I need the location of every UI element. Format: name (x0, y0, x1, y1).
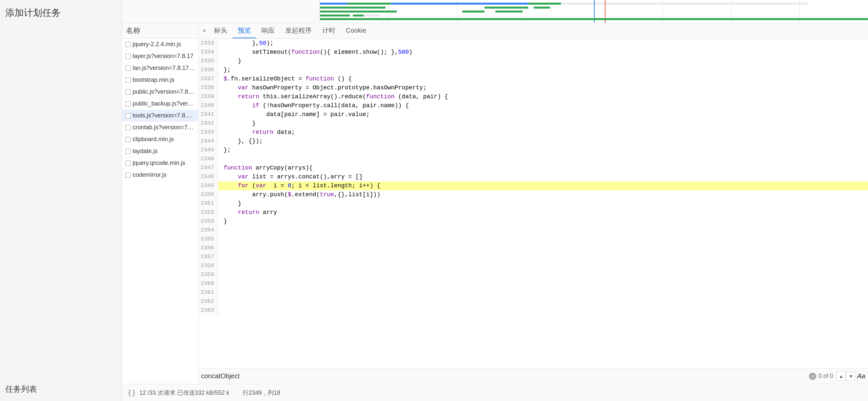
file-list-item[interactable]: laydate.js (122, 146, 198, 157)
line-number: 2352 (198, 208, 218, 217)
tab-timing[interactable]: 计时 (317, 23, 341, 38)
file-icon (125, 89, 131, 95)
line-number: 2337 (198, 74, 218, 84)
code-line: 2349 for (var i = 0; i < list.length; i+… (198, 181, 868, 190)
aa-toggle-btn[interactable]: Aa (857, 372, 865, 380)
file-icon (125, 101, 131, 106)
tab-preview[interactable]: 预览 (232, 23, 256, 38)
code-line: 2346 (198, 155, 868, 163)
code-line: 2354 (198, 226, 868, 235)
code-line: 2356 (198, 244, 868, 253)
code-line: 2353} (198, 217, 868, 226)
line-code (218, 155, 868, 163)
code-line: 2351 } (198, 199, 868, 208)
code-line: 2348 var list = arrys.concat(),arry = [] (198, 173, 868, 181)
line-code: return data; (218, 128, 868, 137)
line-code (218, 261, 868, 270)
file-list-item[interactable]: bootstrap.min.js (122, 74, 198, 86)
search-next-btn[interactable]: ▼ (846, 372, 856, 381)
file-list-item[interactable]: jquery.qrcode.min.js (122, 157, 198, 169)
line-number: 2348 (198, 173, 218, 181)
file-list-item[interactable]: tools.js?version=7.8.17&repa... (122, 110, 198, 122)
line-number: 2357 (198, 253, 218, 261)
file-name: jquery-2.2.4.min.js (132, 41, 181, 48)
file-list-item[interactable]: public_backup.js?version=7.... (122, 98, 198, 110)
code-line: 2342 } (198, 119, 868, 128)
search-prev-btn[interactable]: ▲ (836, 372, 845, 381)
line-number: 2358 (198, 261, 218, 270)
file-list-header: 名称 (122, 23, 198, 38)
line-code: var hasOwnProperty = Object.prototype.ha… (218, 84, 868, 92)
file-name: codemirror.js (132, 172, 166, 178)
content-area: 名称 jquery-2.2.4.min.jslayer.js?version=7… (122, 23, 868, 384)
code-line: 2357 (198, 253, 868, 261)
line-code: data[pair.name] = pair.value; (218, 110, 868, 119)
file-name: crontab.js?version=7.8.17&re... (132, 124, 195, 131)
search-input[interactable] (201, 372, 809, 380)
file-list-item[interactable]: layer.js?version=7.8.17 (122, 51, 198, 62)
file-name: clipboard.min.js (132, 136, 174, 143)
line-number: 2344 (198, 137, 218, 146)
line-code (218, 244, 868, 253)
code-line: 2333 },50); (198, 39, 868, 48)
file-list-item[interactable]: codemirror.js (122, 169, 198, 181)
line-code (218, 270, 868, 279)
line-number: 2363 (198, 306, 218, 315)
left-panel: 添加计划任务 任务列表 (0, 0, 122, 401)
code-line: 2347function arryCopy(arrys){ (198, 163, 868, 173)
code-line: 2355 (198, 235, 868, 244)
tab-cookie[interactable]: Cookie (341, 24, 372, 38)
line-number: 2355 (198, 235, 218, 244)
line-number: 2343 (198, 128, 218, 137)
line-code: }, {}); (218, 137, 868, 146)
line-code (218, 288, 868, 297)
line-number: 2342 (198, 119, 218, 128)
file-list-item[interactable]: jquery-2.2.4.min.js (122, 38, 198, 51)
tab-initiator[interactable]: 发起程序 (280, 23, 317, 38)
file-name: layer.js?version=7.8.17 (132, 53, 194, 60)
line-number: 2351 (198, 199, 218, 208)
file-icon (125, 54, 131, 59)
line-number: 2333 (198, 39, 218, 48)
file-icon (125, 149, 131, 154)
line-code: arry.push($.extend(true,{},list[i])) (218, 190, 868, 199)
file-icon (125, 125, 131, 130)
code-line: 2336}; (198, 66, 868, 74)
line-code (218, 297, 868, 306)
code-line: 2335 } (198, 57, 868, 66)
line-code: } (218, 199, 868, 208)
code-panel: × 标头 预览 响应 发起程序 计时 Cookie 2333 },50);233… (198, 23, 868, 384)
code-line: 2360 (198, 279, 868, 288)
timeline-right (320, 0, 868, 23)
code-line: 2341 data[pair.name] = pair.value; (198, 110, 868, 119)
line-number: 2361 (198, 288, 218, 297)
tab-header[interactable]: 标头 (209, 23, 232, 38)
timeline-area (122, 0, 868, 23)
code-line: 2339 return this.serializeArray().reduce… (198, 92, 868, 101)
line-number: 2349 (198, 181, 218, 190)
line-number: 2335 (198, 57, 218, 66)
file-list-item[interactable]: lan.js?version=7.8.17&repair... (122, 62, 198, 74)
file-name: public.js?version=7.8.17&rep... (132, 88, 195, 95)
line-code (218, 235, 868, 244)
code-viewer: 2333 },50);2334 setTimeout(function(){ e… (198, 39, 868, 368)
file-list-item[interactable]: clipboard.min.js (122, 133, 198, 146)
file-list-item[interactable]: crontab.js?version=7.8.17&re... (122, 122, 198, 133)
tab-response[interactable]: 响应 (256, 23, 280, 38)
code-line: 2363 (198, 306, 868, 315)
line-code: } (218, 119, 868, 128)
tab-close-btn[interactable]: × (200, 26, 209, 36)
file-list-item[interactable]: public.js?version=7.8.17&rep... (122, 86, 198, 98)
file-name: jquery.qrcode.min.js (132, 160, 185, 166)
file-icon (125, 42, 131, 47)
search-count: 0 of 0 (818, 373, 833, 379)
line-number: 2354 (198, 226, 218, 235)
status-icon: {} (127, 389, 136, 397)
line-code: return this.serializeArray().reduce(func… (218, 92, 868, 101)
search-clear-btn[interactable]: × (809, 373, 816, 380)
timeline-bars (320, 0, 868, 23)
line-code: } (218, 217, 868, 226)
file-list-panel: 名称 jquery-2.2.4.min.jslayer.js?version=7… (122, 23, 198, 384)
file-icon (125, 66, 131, 71)
line-code: function arryCopy(arrys){ (218, 163, 868, 173)
